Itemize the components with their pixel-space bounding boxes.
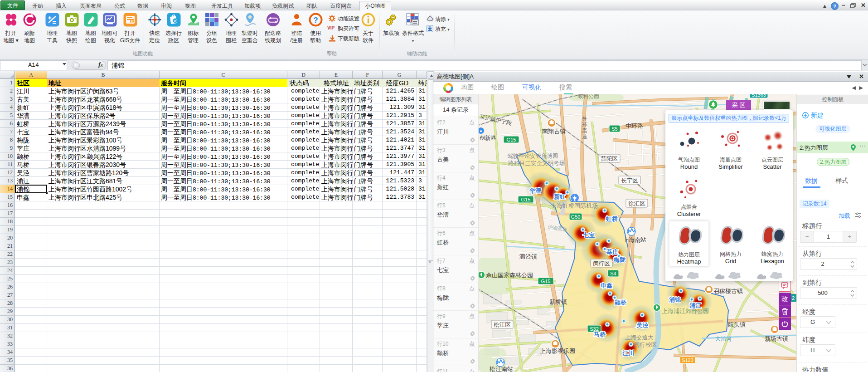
svg-text:京沪线沪宁段: 京沪线沪宁段 [479,113,512,127]
svg-text:七宝: 七宝 [582,232,595,239]
svg-text:顺利公园: 顺利公园 [577,94,599,99]
svg-text:高: 高 [582,128,587,133]
svg-text:新场古镇: 新场古镇 [765,335,788,342]
svg-text:新桥镇: 新桥镇 [549,299,567,305]
svg-text:颛桥: 颛桥 [614,299,627,306]
svg-text:S123: S123 [682,357,693,363]
svg-text:南翔古镇: 南翔古镇 [542,128,566,135]
svg-text:上海交通大: 上海交通大 [625,334,654,341]
svg-text:长宁区: 长宁区 [621,177,638,184]
svg-text:马桥: 马桥 [594,331,606,338]
svg-text:闽行校区: 闽行校区 [634,342,657,348]
svg-text:新虹: 新虹 [553,193,566,200]
svg-text:创新港: 创新港 [479,135,496,141]
svg-text:泗泾镇: 泗泾镇 [519,253,537,260]
svg-text:徐汇区: 徐汇区 [628,201,645,207]
svg-text:梅陇: 梅陇 [613,256,626,263]
svg-text:S4: S4 [610,271,616,276]
svg-text:江川: 江川 [622,350,634,357]
svg-text:G15: G15 [521,197,531,202]
svg-text:华漕: 华漕 [529,187,541,194]
svg-text:松江区: 松江区 [494,322,511,328]
svg-text:大治河: 大治河 [715,336,732,342]
svg-text:环: 环 [582,122,587,127]
svg-text:佘山国家森林公园: 佘山国家森林公园 [486,272,533,279]
svg-text:中环路: 中环路 [626,122,643,129]
svg-text:速: 速 [582,134,587,139]
svg-text:G50: G50 [571,214,581,220]
svg-text:?: ? [833,4,836,9]
svg-text:上海浦江郊野公园: 上海浦江郊野公园 [662,308,709,314]
svg-text:驾驶理论安管所博园: 驾驶理论安管所博园 [507,153,558,159]
svg-text:浦锦: 浦锦 [669,296,681,303]
svg-text:$: $ [131,20,133,24]
svg-text:G15: G15 [507,137,516,142]
svg-text:虹桥: 虹桥 [606,215,618,222]
svg-text:吴泾: 吴泾 [636,322,649,328]
svg-text:外: 外 [582,116,587,122]
svg-text:召稼楼古镇: 召稼楼古镇 [713,288,743,294]
svg-text:闵行区: 闵行区 [593,260,610,267]
svg-text:?: ? [313,16,318,24]
svg-text:2: 2 [792,295,795,301]
svg-text:浦江: 浦江 [689,302,702,309]
svg-text:申鑫: 申鑫 [601,282,612,289]
svg-text:沪渝高速: 沪渝高速 [548,224,568,232]
svg-text:路科目三安全文明考场: 路科目三安全文明考场 [508,160,565,166]
svg-text:S5: S5 [611,126,617,132]
svg-text:莘庄: 莘庄 [606,249,618,255]
svg-text:上海影视乐园: 上海影视乐园 [540,348,575,354]
svg-text:S32: S32 [590,326,599,332]
svg-text:G15: G15 [541,279,551,284]
svg-text:上海南站: 上海南站 [623,236,646,243]
svg-text:S1363: S1363 [752,94,766,98]
svg-text:航头镇: 航头镇 [727,321,746,328]
svg-text:普陀区: 普陀区 [601,156,618,162]
svg-text:上海虹桥国际机场: 上海虹桥国际机场 [551,202,598,209]
svg-text:●: ● [480,129,482,133]
